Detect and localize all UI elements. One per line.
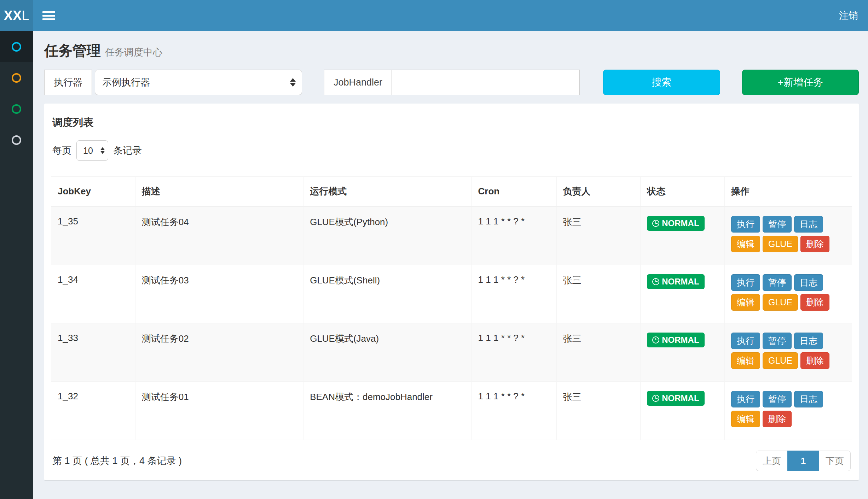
page-size-select[interactable]: 10 — [76, 140, 108, 161]
schedule-list-panel: 调度列表 每页 10 条记录 JobKey描述运行模式Cron负责人状态操作 1… — [44, 104, 859, 480]
prev-page-button[interactable]: 上页 — [756, 451, 788, 471]
page-title: 任务管理 — [44, 43, 101, 58]
page-size-row: 每页 10 条记录 — [51, 140, 852, 161]
pause-button[interactable]: 暂停 — [763, 391, 792, 407]
status-badge: NORMAL — [647, 274, 704, 289]
pagination-summary: 第 1 页 ( 总共 1 页，4 条记录 ) — [52, 454, 182, 467]
next-page-button[interactable]: 下页 — [819, 451, 851, 471]
actions-cell: 执行暂停日志编辑GLUE删除 — [725, 206, 852, 265]
clock-icon — [652, 395, 659, 402]
table-row: 1_35测试任务04GLUE模式(Python)1 1 1 * * ? *张三N… — [51, 206, 852, 265]
owner-cell: 张三 — [556, 265, 641, 323]
top-navbar: XXL 注销 — [0, 0, 868, 31]
sidebar — [0, 31, 33, 499]
jobhandler-label: JobHandler — [324, 70, 392, 95]
clock-icon — [652, 220, 659, 227]
column-header: 操作 — [725, 177, 852, 207]
edit-button[interactable]: 编辑 — [731, 294, 760, 311]
table-row: 1_33测试任务02GLUE模式(Java)1 1 1 * * ? *张三NOR… — [51, 323, 852, 382]
pause-button[interactable]: 暂停 — [763, 333, 792, 349]
glue-button[interactable]: GLUE — [763, 236, 798, 252]
edit-button[interactable]: 编辑 — [731, 411, 760, 427]
delete-button[interactable]: 删除 — [800, 236, 829, 252]
run-button[interactable]: 执行 — [731, 274, 760, 291]
delete-button[interactable]: 删除 — [800, 352, 829, 369]
status-badge: NORMAL — [647, 333, 704, 347]
sidebar-item-3[interactable] — [0, 93, 33, 124]
executor-label: 执行器 — [44, 70, 92, 95]
log-button[interactable]: 日志 — [794, 216, 823, 233]
table-row: 1_32测试任务01BEAN模式：demoJobHandler1 1 1 * *… — [51, 382, 852, 440]
hamburger-icon[interactable] — [42, 10, 55, 22]
glue-button[interactable]: GLUE — [763, 352, 798, 369]
cron-cell: 1 1 1 * * ? * — [471, 382, 556, 440]
glue-button[interactable]: GLUE — [763, 294, 798, 311]
pause-button[interactable]: 暂停 — [763, 274, 792, 291]
jobkey-cell: 1_33 — [51, 323, 135, 382]
mode-cell: GLUE模式(Python) — [303, 206, 471, 265]
page-subtitle: 任务调度中心 — [105, 47, 162, 58]
cron-cell: 1 1 1 * * ? * — [471, 323, 556, 382]
status-cell: NORMAL — [641, 382, 725, 440]
page-size-suffix: 条记录 — [113, 144, 142, 157]
clock-icon — [652, 278, 659, 285]
owner-cell: 张三 — [556, 323, 641, 382]
sidebar-item-1[interactable] — [0, 31, 33, 62]
jobkey-cell: 1_32 — [51, 382, 135, 440]
sidebar-item-2[interactable] — [0, 62, 33, 93]
add-job-button[interactable]: +新增任务 — [742, 70, 859, 95]
column-header: 运行模式 — [303, 177, 471, 207]
mode-cell: BEAN模式：demoJobHandler — [303, 382, 471, 440]
delete-button[interactable]: 删除 — [763, 411, 792, 427]
logout-link[interactable]: 注销 — [839, 9, 858, 22]
log-button[interactable]: 日志 — [794, 391, 823, 407]
owner-cell: 张三 — [556, 206, 641, 265]
run-button[interactable]: 执行 — [731, 391, 760, 407]
table-footer: 第 1 页 ( 总共 1 页，4 条记录 ) 上页 1 下页 — [51, 451, 852, 471]
jobkey-cell: 1_35 — [51, 206, 135, 265]
app-logo[interactable]: XXL — [0, 0, 33, 31]
desc-cell: 测试任务02 — [135, 323, 303, 382]
actions-cell: 执行暂停日志编辑GLUE删除 — [725, 323, 852, 382]
page-1-button[interactable]: 1 — [787, 451, 819, 471]
desc-cell: 测试任务01 — [135, 382, 303, 440]
logo-text-light: L — [22, 8, 29, 23]
executor-select[interactable]: 示例执行器 — [95, 70, 302, 95]
column-header: 描述 — [135, 177, 303, 207]
run-button[interactable]: 执行 — [731, 216, 760, 233]
mode-cell: GLUE模式(Shell) — [303, 265, 471, 323]
column-header: JobKey — [51, 177, 135, 207]
owner-cell: 张三 — [556, 382, 641, 440]
job-table-body: 1_35测试任务04GLUE模式(Python)1 1 1 * * ? *张三N… — [51, 206, 852, 440]
jobkey-cell: 1_34 — [51, 265, 135, 323]
desc-cell: 测试任务03 — [135, 265, 303, 323]
search-button[interactable]: 搜索 — [603, 70, 720, 95]
mode-cell: GLUE模式(Java) — [303, 323, 471, 382]
sidebar-item-4[interactable] — [0, 124, 33, 155]
panel-title: 调度列表 — [51, 116, 852, 130]
log-button[interactable]: 日志 — [794, 333, 823, 349]
cron-cell: 1 1 1 * * ? * — [471, 206, 556, 265]
status-badge: NORMAL — [647, 216, 704, 231]
job-table: JobKey描述运行模式Cron负责人状态操作 1_35测试任务04GLUE模式… — [51, 176, 852, 440]
table-row: 1_34测试任务03GLUE模式(Shell)1 1 1 * * ? *张三NO… — [51, 265, 852, 323]
clock-icon — [652, 336, 659, 344]
circle-icon — [12, 104, 21, 114]
pause-button[interactable]: 暂停 — [763, 216, 792, 233]
jobhandler-input[interactable] — [392, 70, 580, 95]
status-cell: NORMAL — [641, 323, 725, 382]
logo-text-bold: XX — [4, 8, 22, 23]
delete-button[interactable]: 删除 — [800, 294, 829, 311]
run-button[interactable]: 执行 — [731, 333, 760, 349]
content-header: 任务管理任务调度中心 — [33, 31, 868, 66]
circle-icon — [12, 135, 21, 145]
edit-button[interactable]: 编辑 — [731, 236, 760, 252]
pagination: 上页 1 下页 — [756, 451, 851, 471]
page-size-prefix: 每页 — [52, 144, 71, 157]
column-header: 负责人 — [556, 177, 641, 207]
log-button[interactable]: 日志 — [794, 274, 823, 291]
filter-row: 执行器 示例执行器 JobHandler 搜索 +新增任务 — [33, 66, 868, 95]
table-header-row: JobKey描述运行模式Cron负责人状态操作 — [51, 177, 852, 207]
column-header: 状态 — [641, 177, 725, 207]
edit-button[interactable]: 编辑 — [731, 352, 760, 369]
